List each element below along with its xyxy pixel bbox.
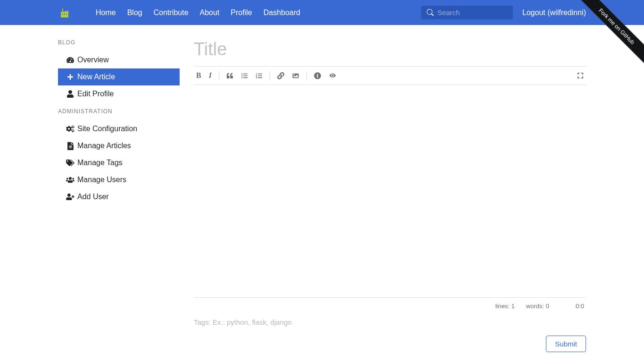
words-count: words: 0 <box>526 303 549 310</box>
sidebar-item-add-user[interactable]: Add User <box>58 188 180 205</box>
italic-button[interactable]: I <box>206 70 214 81</box>
ol-button[interactable] <box>253 72 265 80</box>
nav-home[interactable]: Home <box>96 8 116 17</box>
separator <box>219 71 219 80</box>
site-logo[interactable] <box>58 6 71 19</box>
sidebar-item-manage-tags[interactable]: Manage Tags <box>58 154 180 171</box>
factory-icon <box>59 7 70 18</box>
tags-input[interactable] <box>194 314 586 333</box>
sidebar-heading-blog: BLOG <box>58 39 180 51</box>
sidebar-item-label: Manage Tags <box>77 159 123 167</box>
submit-button[interactable]: Submit <box>546 336 586 352</box>
nav-profile[interactable]: Profile <box>231 8 252 17</box>
nav-contribute[interactable]: Contribute <box>154 8 189 17</box>
sidebar-item-label: Site Configuration <box>77 125 137 133</box>
preview-button[interactable] <box>326 72 339 79</box>
sidebar-item-label: Manage Articles <box>77 142 131 150</box>
sidebar-item-label: Overview <box>77 56 109 64</box>
sidebar-item-overview[interactable]: Overview <box>58 51 180 68</box>
nav-links: Home Blog Contribute About Profile Dashb… <box>90 8 421 17</box>
editor: B I <box>194 66 586 298</box>
link-button[interactable] <box>275 71 287 80</box>
logout-link[interactable]: Logout (wilfredinni) <box>522 8 586 17</box>
file-icon <box>65 142 75 150</box>
separator <box>270 71 270 80</box>
sidebar-item-new-article[interactable]: New Article <box>58 68 180 85</box>
search-input[interactable] <box>438 8 507 17</box>
sidebar-item-label: New Article <box>77 73 115 81</box>
plus-icon <box>65 74 75 80</box>
fullscreen-button[interactable] <box>575 71 586 80</box>
sidebar: BLOG Overview New Article Edit Profile <box>58 39 180 362</box>
tags-icon <box>65 160 75 166</box>
sidebar-item-site-config[interactable]: Site Configuration <box>58 120 180 137</box>
sidebar-item-label: Manage Users <box>77 176 126 184</box>
user-icon <box>65 90 75 98</box>
ul-button[interactable] <box>239 72 250 80</box>
cogs-icon <box>65 126 75 132</box>
sidebar-item-label: Add User <box>77 193 109 201</box>
sidebar-item-manage-articles[interactable]: Manage Articles <box>58 137 180 154</box>
users-icon <box>65 177 75 183</box>
search-box[interactable] <box>421 6 513 19</box>
editor-textarea[interactable] <box>194 85 586 297</box>
nav-dashboard[interactable]: Dashboard <box>264 8 300 17</box>
editor-toolbar: B I <box>194 67 586 85</box>
sidebar-item-manage-users[interactable]: Manage Users <box>58 171 180 188</box>
nav-blog[interactable]: Blog <box>127 8 142 17</box>
article-title-input[interactable] <box>194 39 586 66</box>
sidebar-heading-admin: ADMINISTRATION <box>58 108 180 120</box>
main-content: B I <box>180 39 586 362</box>
sidebar-item-edit-profile[interactable]: Edit Profile <box>58 85 180 102</box>
search-icon <box>427 9 434 16</box>
navbar: Home Blog Contribute About Profile Dashb… <box>0 0 644 25</box>
quote-button[interactable] <box>224 72 236 80</box>
sidebar-item-label: Edit Profile <box>77 90 114 98</box>
nav-about[interactable]: About <box>200 8 220 17</box>
separator <box>306 71 307 80</box>
info-button[interactable] <box>312 71 323 80</box>
dashboard-icon <box>65 57 75 63</box>
editor-status-bar: lines: 1 words: 0 0:0 <box>194 298 586 314</box>
image-button[interactable] <box>289 72 302 80</box>
user-plus-icon <box>65 194 75 200</box>
cursor-position: 0:0 <box>561 303 584 310</box>
bold-button[interactable]: B <box>194 70 204 81</box>
lines-count: lines: 1 <box>495 303 515 310</box>
